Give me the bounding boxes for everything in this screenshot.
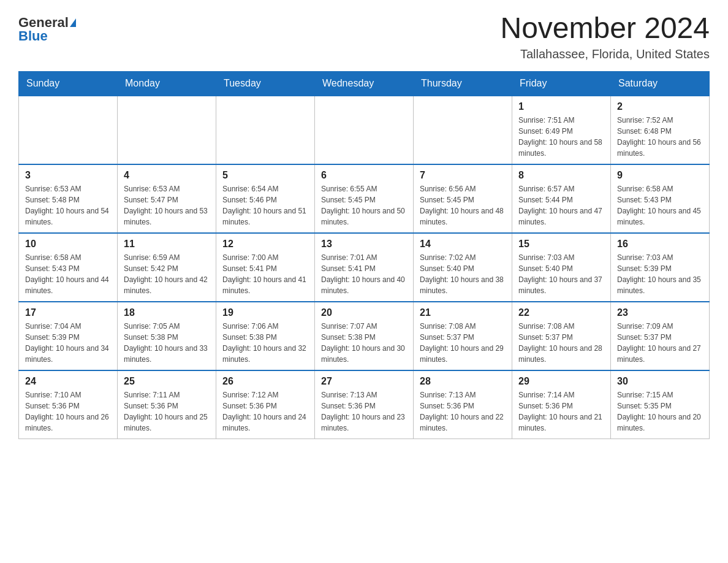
table-row: 25Sunrise: 7:11 AMSunset: 5:36 PMDayligh… (118, 370, 216, 439)
table-row: 11Sunrise: 6:59 AMSunset: 5:42 PMDayligh… (118, 233, 216, 302)
table-row: 6Sunrise: 6:55 AMSunset: 5:45 PMDaylight… (315, 164, 414, 233)
calendar-week-row: 3Sunrise: 6:53 AMSunset: 5:48 PMDaylight… (19, 164, 710, 233)
day-number: 29 (518, 376, 604, 387)
col-thursday: Thursday (414, 71, 512, 96)
day-number: 6 (321, 170, 407, 181)
day-info: Sunrise: 7:10 AMSunset: 5:36 PMDaylight:… (25, 389, 111, 434)
day-info: Sunrise: 7:12 AMSunset: 5:36 PMDaylight:… (222, 389, 308, 434)
day-info: Sunrise: 6:55 AMSunset: 5:45 PMDaylight:… (321, 183, 407, 228)
table-row: 13Sunrise: 7:01 AMSunset: 5:41 PMDayligh… (315, 233, 414, 302)
day-info: Sunrise: 7:13 AMSunset: 5:36 PMDaylight:… (420, 389, 506, 434)
table-row: 17Sunrise: 7:04 AMSunset: 5:39 PMDayligh… (19, 302, 118, 370)
col-saturday: Saturday (611, 71, 710, 96)
table-row: 14Sunrise: 7:02 AMSunset: 5:40 PMDayligh… (414, 233, 512, 302)
calendar-header-row: Sunday Monday Tuesday Wednesday Thursday… (19, 71, 710, 96)
table-row: 20Sunrise: 7:07 AMSunset: 5:38 PMDayligh… (315, 302, 414, 370)
table-row: 2Sunrise: 7:52 AMSunset: 6:48 PMDaylight… (611, 96, 710, 164)
day-info: Sunrise: 7:03 AMSunset: 5:40 PMDaylight:… (518, 252, 604, 296)
table-row: 5Sunrise: 6:54 AMSunset: 5:46 PMDaylight… (216, 164, 315, 233)
table-row: 21Sunrise: 7:08 AMSunset: 5:37 PMDayligh… (414, 302, 512, 370)
col-wednesday: Wednesday (315, 71, 414, 96)
col-tuesday: Tuesday (216, 71, 315, 96)
day-info: Sunrise: 7:03 AMSunset: 5:39 PMDaylight:… (617, 252, 703, 296)
day-number: 22 (518, 307, 604, 318)
day-info: Sunrise: 7:09 AMSunset: 5:37 PMDaylight:… (617, 321, 703, 365)
logo-blue-text: Blue (18, 29, 48, 43)
day-info: Sunrise: 7:51 AMSunset: 6:49 PMDaylight:… (518, 115, 604, 159)
day-info: Sunrise: 6:53 AMSunset: 5:48 PMDaylight:… (25, 183, 111, 228)
table-row: 19Sunrise: 7:06 AMSunset: 5:38 PMDayligh… (216, 302, 315, 370)
page-header: General Blue November 2024 Tallahassee, … (18, 12, 710, 61)
table-row: 24Sunrise: 7:10 AMSunset: 5:36 PMDayligh… (19, 370, 118, 439)
day-number: 10 (25, 239, 111, 250)
day-number: 5 (222, 170, 308, 181)
location-title: Tallahassee, Florida, United States (500, 47, 710, 61)
day-info: Sunrise: 7:52 AMSunset: 6:48 PMDaylight:… (617, 115, 703, 159)
table-row: 27Sunrise: 7:13 AMSunset: 5:36 PMDayligh… (315, 370, 414, 439)
day-number: 8 (518, 170, 604, 181)
calendar-table: Sunday Monday Tuesday Wednesday Thursday… (18, 71, 710, 439)
logo-general-text: General (18, 16, 69, 29)
table-row: 23Sunrise: 7:09 AMSunset: 5:37 PMDayligh… (611, 302, 710, 370)
table-row: 30Sunrise: 7:15 AMSunset: 5:35 PMDayligh… (611, 370, 710, 439)
day-info: Sunrise: 6:59 AMSunset: 5:42 PMDaylight:… (124, 252, 210, 296)
day-info: Sunrise: 7:05 AMSunset: 5:38 PMDaylight:… (124, 321, 210, 365)
table-row: 15Sunrise: 7:03 AMSunset: 5:40 PMDayligh… (512, 233, 611, 302)
col-friday: Friday (512, 71, 611, 96)
day-number: 16 (617, 239, 703, 250)
day-info: Sunrise: 6:56 AMSunset: 5:45 PMDaylight:… (420, 183, 506, 228)
table-row (216, 96, 315, 164)
day-number: 20 (321, 307, 407, 318)
col-sunday: Sunday (19, 71, 118, 96)
table-row (19, 96, 118, 164)
logo: General Blue (18, 12, 76, 43)
day-number: 13 (321, 239, 407, 250)
table-row: 28Sunrise: 7:13 AMSunset: 5:36 PMDayligh… (414, 370, 512, 439)
table-row: 26Sunrise: 7:12 AMSunset: 5:36 PMDayligh… (216, 370, 315, 439)
day-number: 15 (518, 239, 604, 250)
day-info: Sunrise: 6:58 AMSunset: 5:43 PMDaylight:… (25, 252, 111, 296)
table-row (414, 96, 512, 164)
title-area: November 2024 Tallahassee, Florida, Unit… (500, 12, 710, 61)
day-number: 4 (124, 170, 210, 181)
day-number: 21 (420, 307, 506, 318)
table-row: 8Sunrise: 6:57 AMSunset: 5:44 PMDaylight… (512, 164, 611, 233)
day-info: Sunrise: 6:57 AMSunset: 5:44 PMDaylight:… (518, 183, 604, 228)
table-row: 7Sunrise: 6:56 AMSunset: 5:45 PMDaylight… (414, 164, 512, 233)
table-row (118, 96, 216, 164)
day-info: Sunrise: 6:58 AMSunset: 5:43 PMDaylight:… (617, 183, 703, 228)
day-number: 19 (222, 307, 308, 318)
day-number: 3 (25, 170, 111, 181)
logo-triangle-icon (70, 18, 76, 27)
day-number: 11 (124, 239, 210, 250)
calendar-week-row: 1Sunrise: 7:51 AMSunset: 6:49 PMDaylight… (19, 96, 710, 164)
table-row: 18Sunrise: 7:05 AMSunset: 5:38 PMDayligh… (118, 302, 216, 370)
day-number: 17 (25, 307, 111, 318)
table-row (315, 96, 414, 164)
day-number: 28 (420, 376, 506, 387)
day-number: 24 (25, 376, 111, 387)
day-number: 23 (617, 307, 703, 318)
day-number: 30 (617, 376, 703, 387)
day-number: 2 (617, 101, 703, 112)
day-number: 27 (321, 376, 407, 387)
day-info: Sunrise: 6:54 AMSunset: 5:46 PMDaylight:… (222, 183, 308, 228)
table-row: 29Sunrise: 7:14 AMSunset: 5:36 PMDayligh… (512, 370, 611, 439)
day-number: 1 (518, 101, 604, 112)
day-info: Sunrise: 7:08 AMSunset: 5:37 PMDaylight:… (420, 321, 506, 365)
day-number: 18 (124, 307, 210, 318)
day-info: Sunrise: 7:01 AMSunset: 5:41 PMDaylight:… (321, 252, 407, 296)
day-number: 9 (617, 170, 703, 181)
calendar-week-row: 10Sunrise: 6:58 AMSunset: 5:43 PMDayligh… (19, 233, 710, 302)
day-info: Sunrise: 7:07 AMSunset: 5:38 PMDaylight:… (321, 321, 407, 365)
day-number: 7 (420, 170, 506, 181)
day-number: 14 (420, 239, 506, 250)
day-number: 12 (222, 239, 308, 250)
table-row: 9Sunrise: 6:58 AMSunset: 5:43 PMDaylight… (611, 164, 710, 233)
day-info: Sunrise: 7:13 AMSunset: 5:36 PMDaylight:… (321, 389, 407, 434)
table-row: 16Sunrise: 7:03 AMSunset: 5:39 PMDayligh… (611, 233, 710, 302)
month-title: November 2024 (500, 12, 710, 45)
day-info: Sunrise: 7:00 AMSunset: 5:41 PMDaylight:… (222, 252, 308, 296)
col-monday: Monday (118, 71, 216, 96)
day-info: Sunrise: 7:08 AMSunset: 5:37 PMDaylight:… (518, 321, 604, 365)
